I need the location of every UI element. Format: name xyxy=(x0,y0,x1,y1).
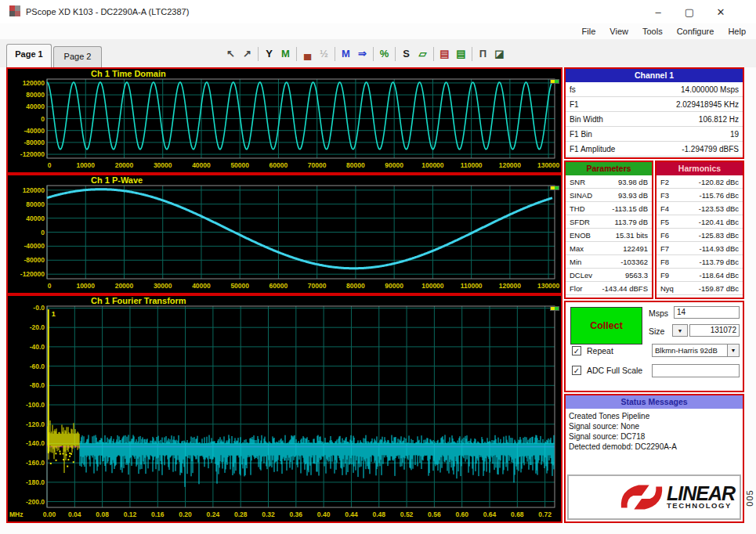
table-row: F1 Amplitude-1.294799 dBFS xyxy=(566,142,743,157)
svg-text:0.12: 0.12 xyxy=(124,511,137,518)
svg-text:80000: 80000 xyxy=(346,282,365,290)
menu-item-file[interactable]: File xyxy=(575,26,603,39)
window-function-dropdown[interactable]: Blkmn-Harris 92dB ▼ xyxy=(652,344,740,357)
row-label: F7 xyxy=(660,244,669,253)
minimize-button[interactable]: – xyxy=(645,5,671,20)
channel-legend-chip[interactable] xyxy=(550,306,559,311)
svg-text:0.24: 0.24 xyxy=(207,511,220,518)
msps-input[interactable]: 14 xyxy=(674,306,740,319)
table-row: Min-103362 xyxy=(566,255,652,269)
row-value: -123.53 dBc xyxy=(699,204,739,213)
repeat-label: Repeat xyxy=(587,346,613,355)
bars-red-icon[interactable]: ▤ xyxy=(436,46,453,62)
collect-button[interactable]: Collect xyxy=(570,307,642,345)
table-row: DCLev9563.3 xyxy=(566,269,652,282)
nodes-icon[interactable]: % xyxy=(376,46,392,62)
row-value: 122491 xyxy=(623,244,648,253)
toolbar: ↖↗YM▄½M⇒%S▱▤▤Π◪ xyxy=(222,45,508,63)
adc-full-scale-input[interactable] xyxy=(652,364,740,377)
row-label: fs xyxy=(570,85,576,94)
svg-text:130000: 130000 xyxy=(537,161,560,169)
svg-text:0.04: 0.04 xyxy=(68,511,81,518)
channel-legend-chip[interactable] xyxy=(550,186,559,190)
svg-text:40000: 40000 xyxy=(26,215,45,222)
table-row: F3-115.76 dBc xyxy=(657,189,743,202)
row-label: Nyq xyxy=(660,284,674,293)
svg-text:100000: 100000 xyxy=(421,282,444,290)
histogram-icon[interactable]: ▄ xyxy=(299,46,316,62)
svg-text:-120000: -120000 xyxy=(20,270,45,278)
pulse-icon[interactable]: Π xyxy=(475,46,491,62)
toolbar-separator xyxy=(373,47,374,61)
svg-text:0.20: 0.20 xyxy=(179,511,192,518)
row-label: SFDR xyxy=(570,218,590,226)
size-input[interactable]: 131072 xyxy=(689,324,740,337)
row-value: -113.79 dBc xyxy=(699,258,739,266)
adc-full-scale-label: ADC Full Scale xyxy=(587,366,642,375)
fourier-chart[interactable]: -0.0-20.0-40.0-60.0-80.0-100.0-120.0-140… xyxy=(8,296,561,521)
pan-tool-icon[interactable]: ↖ xyxy=(222,46,239,62)
menu-item-tools[interactable]: Tools xyxy=(635,26,670,39)
svg-text:MHz: MHz xyxy=(9,511,23,518)
row-value: -159.87 dBc xyxy=(699,284,739,293)
menu-item-help[interactable]: Help xyxy=(721,26,753,39)
table-row: Max122491 xyxy=(566,242,652,255)
time-domain-chart[interactable]: 12000080000400000-40000-80000-1200000100… xyxy=(8,69,561,172)
continuous-avg-icon[interactable]: ⇒ xyxy=(354,46,371,62)
parameters-rows: SNR93.98 dBSINAD93.93 dBTHD-113.15 dBSFD… xyxy=(566,175,652,295)
svg-text:0.00: 0.00 xyxy=(43,511,56,518)
row-label: Bin Width xyxy=(570,115,603,124)
table-row: SNR93.98 dB xyxy=(566,175,652,189)
status-panel: Status Messages Created Tones PipelineSi… xyxy=(564,394,744,523)
p-wave-title: Ch 1 P-Wave xyxy=(91,175,143,185)
bars-green-icon[interactable]: ▤ xyxy=(453,46,469,62)
time-domain-title: Ch 1 Time Domain xyxy=(91,69,166,78)
scale-toggle-icon[interactable]: ½ xyxy=(316,46,332,62)
polygon-icon[interactable]: ▱ xyxy=(414,46,431,62)
table-row: SFDR113.79 dB xyxy=(566,215,652,229)
row-label: ENOB xyxy=(570,231,591,240)
app-window: PScope XD K103 - DC2290A-A (LTC2387) – ▢… xyxy=(0,0,756,534)
menu-item-configure[interactable]: Configure xyxy=(670,26,722,39)
logo-line1: LINEAR xyxy=(667,485,735,502)
harmonics-panel: Harmonics F2-120.82 dBcF3-115.76 dBcF4-1… xyxy=(655,161,744,299)
y-scale-icon[interactable]: Y xyxy=(261,46,277,62)
svg-text:90000: 90000 xyxy=(385,161,403,169)
repeat-checkbox[interactable]: ✓ xyxy=(572,346,581,355)
export-image-icon[interactable]: ◪ xyxy=(491,46,508,62)
row-label: F1 xyxy=(570,100,579,109)
table-row: Nyq-159.87 dBc xyxy=(657,282,743,295)
p-wave-chart[interactable]: 12000080000400000-40000-80000-1200000100… xyxy=(8,175,561,293)
svg-text:110000: 110000 xyxy=(461,161,483,169)
zoom-tool-icon[interactable]: ↗ xyxy=(239,46,255,62)
row-value: 93.93 dB xyxy=(618,191,648,200)
table-row: F2-120.82 dBc xyxy=(657,175,743,189)
tab-page-2[interactable]: Page 2 xyxy=(53,46,102,67)
titlebar: PScope XD K103 - DC2290A-A (LTC2387) – ▢… xyxy=(0,0,756,23)
toolbar-separator xyxy=(258,47,259,61)
s-curve-icon[interactable]: S xyxy=(398,46,414,62)
toolbar-separator xyxy=(433,47,434,61)
average-icon[interactable]: M xyxy=(338,46,354,62)
measurements-row: Parameters SNR93.98 dBSINAD93.93 dBTHD-1… xyxy=(564,161,744,299)
window-filter-icon[interactable]: M xyxy=(277,46,294,62)
svg-text:0.40: 0.40 xyxy=(317,511,331,518)
size-dropdown-button[interactable]: ▼ xyxy=(672,324,688,337)
fourier-panel: Ch 1 Fourier Transform -0.0-20.0-40.0-60… xyxy=(6,294,562,523)
svg-text:0.44: 0.44 xyxy=(345,511,358,518)
svg-text:0.68: 0.68 xyxy=(511,511,524,518)
row-value: -118.64 dBc xyxy=(699,271,739,280)
svg-text:40000: 40000 xyxy=(192,161,211,169)
time-domain-panel: Ch 1 Time Domain 12000080000400000-40000… xyxy=(6,67,562,174)
close-button[interactable]: ✕ xyxy=(707,5,734,20)
channel-legend-chip[interactable] xyxy=(550,79,559,84)
window-title: PScope XD K103 - DC2290A-A (LTC2387) xyxy=(26,7,189,16)
adc-full-scale-checkbox[interactable]: ✓ xyxy=(572,366,581,375)
svg-text:-200.0: -200.0 xyxy=(26,498,45,506)
tab-page-1[interactable]: Page 1 xyxy=(6,44,52,67)
maximize-button[interactable]: ▢ xyxy=(676,5,703,20)
menu-item-view[interactable]: View xyxy=(602,26,635,39)
app-icon xyxy=(9,5,20,16)
lt-logo-mark xyxy=(619,480,664,514)
svg-text:0.56: 0.56 xyxy=(428,511,441,518)
